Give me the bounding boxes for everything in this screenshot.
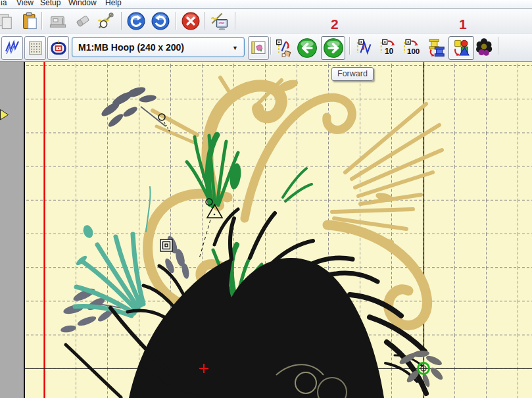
undo-icon[interactable] [127, 11, 147, 31]
stitch-step-100-icon[interactable]: 100 [400, 37, 423, 57]
design-preview-button[interactable] [248, 36, 269, 60]
stitch-step-1-icon[interactable] [353, 37, 374, 57]
menu-bar: ia View Setup Window Help [0, 0, 532, 9]
needle-thread-icon[interactable] [95, 11, 114, 31]
design-canvas[interactable] [25, 62, 532, 398]
main-toolbar [0, 9, 532, 34]
grid-mode-button[interactable] [24, 36, 46, 60]
menu-item-view[interactable]: View [16, 0, 34, 7]
svg-text:100: 100 [407, 47, 420, 55]
sewing-machine-icon[interactable] [47, 11, 67, 31]
ruler-arrow-icon[interactable] [0, 109, 9, 120]
menu-item-window[interactable]: Window [68, 0, 97, 7]
menu-item-help[interactable]: Help [105, 0, 122, 7]
chevron-down-icon: ▼ [232, 45, 238, 51]
stitch-step-10-icon[interactable]: 10 [377, 37, 399, 57]
paste-icon[interactable] [20, 11, 40, 31]
objects-button[interactable] [448, 36, 474, 60]
flower-design-icon[interactable] [474, 37, 495, 57]
menu-item-setup[interactable]: Setup [40, 0, 60, 7]
stop-icon[interactable] [181, 11, 201, 31]
grid-icon [27, 39, 44, 57]
goto-stitch-hand-icon[interactable] [274, 37, 295, 57]
forward-button[interactable] [321, 36, 345, 60]
copy-icon[interactable] [0, 11, 15, 31]
application-window: ia View Setup Window Help [0, 0, 532, 398]
stitches-icon [4, 39, 21, 57]
stitch-toolbar: M1:MB Hoop (240 x 200) ▼ 10 100 [0, 34, 532, 62]
left-margin-strip [0, 62, 25, 398]
annotation-step-1: 1 [459, 16, 467, 32]
hoop-icon [50, 39, 67, 57]
hoop-mode-button[interactable] [47, 36, 69, 60]
annotation-step-2: 2 [331, 16, 339, 32]
back-button[interactable] [297, 37, 319, 57]
machine-monitor-icon[interactable] [208, 11, 228, 31]
redo-icon[interactable] [151, 11, 171, 31]
objects-icon [452, 38, 472, 58]
workspace [0, 62, 532, 398]
design-preview-icon [250, 39, 267, 57]
hoop-selector-value: M1:MB Hoop (240 x 200) [78, 42, 184, 53]
forward-icon [323, 37, 344, 59]
forward-tooltip: Forward [331, 67, 374, 81]
color-spools-icon[interactable] [425, 37, 447, 57]
square-marker[interactable] [160, 239, 172, 251]
menu-item-media[interactable]: ia [1, 0, 7, 7]
stitch-mode-button[interactable] [1, 36, 23, 60]
svg-text:10: 10 [385, 47, 394, 56]
hoop-selector[interactable]: M1:MB Hoop (240 x 200) ▼ [72, 37, 245, 57]
eraser-icon[interactable] [74, 11, 93, 31]
back-icon [297, 37, 318, 59]
